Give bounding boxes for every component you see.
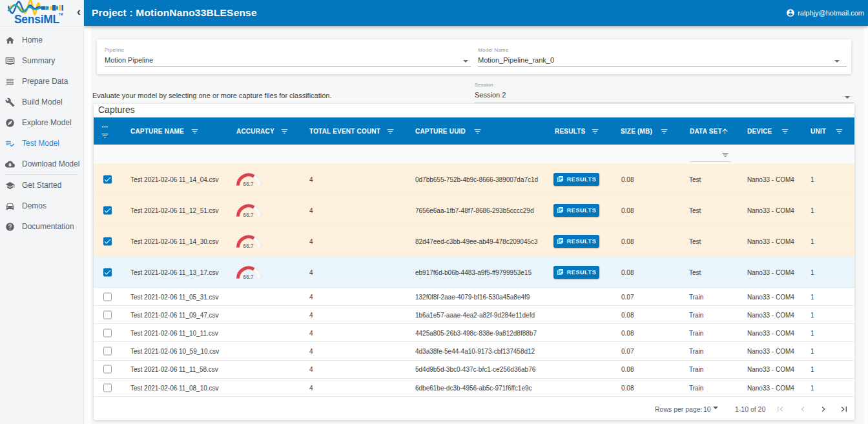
svg-text:SensiML: SensiML [14,13,59,26]
svg-text:66.7: 66.7 [243,243,254,249]
svg-text:66.7: 66.7 [243,274,254,280]
svg-text:66.7: 66.7 [243,181,254,187]
svg-text:TM: TM [59,13,63,16]
svg-text:66.7: 66.7 [243,212,254,218]
